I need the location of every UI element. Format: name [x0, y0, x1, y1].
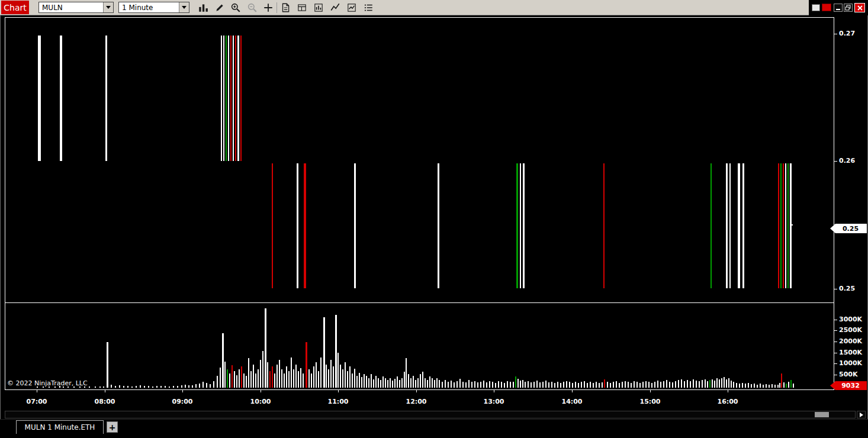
- price-axis[interactable]: [834, 17, 868, 390]
- axis-tick: [834, 342, 837, 342]
- scroll-right-button[interactable]: [857, 411, 866, 418]
- axis-tick: [834, 363, 837, 364]
- time-tick: [494, 390, 494, 392]
- axis-tick: [834, 375, 837, 375]
- tab-muln-1-minute-eth[interactable]: MULN 1 Minute.ETH: [16, 420, 104, 434]
- time-tick: [261, 390, 261, 392]
- axis-tick: [834, 330, 837, 331]
- last-trade-dot: [792, 224, 793, 226]
- time-tick: [37, 390, 37, 392]
- price-marker: 0.25: [830, 224, 867, 233]
- axis-tick: [834, 320, 837, 320]
- chart-area: © 2022 NinjaTrader, LLC 0.270.260.253000…: [0, 0, 868, 438]
- axis-tick: [834, 289, 837, 289]
- time-tick: [572, 390, 573, 392]
- axis-tick: [834, 353, 837, 353]
- tab-strip: MULN 1 Minute.ETH +: [0, 419, 868, 438]
- ninjatrader-chart-window: Chart MULN 1 Minute: [0, 0, 868, 438]
- time-tick: [338, 390, 339, 392]
- time-tick: [182, 390, 183, 392]
- arrow-right-icon: [860, 413, 863, 417]
- time-tick: [105, 390, 105, 392]
- horizontal-scrollbar[interactable]: [5, 411, 856, 418]
- time-axis[interactable]: [5, 390, 834, 408]
- time-tick: [416, 390, 417, 392]
- scrollbar-thumb[interactable]: [815, 412, 829, 417]
- volume-marker: 9032: [830, 381, 867, 390]
- copyright-text: © 2022 NinjaTrader, LLC: [7, 379, 88, 387]
- axis-tick: [834, 161, 837, 162]
- time-tick: [650, 390, 651, 392]
- time-tick: [728, 390, 728, 392]
- axis-tick: [834, 34, 837, 34]
- chart-plot-area[interactable]: [5, 17, 834, 390]
- add-tab-button[interactable]: +: [107, 421, 118, 433]
